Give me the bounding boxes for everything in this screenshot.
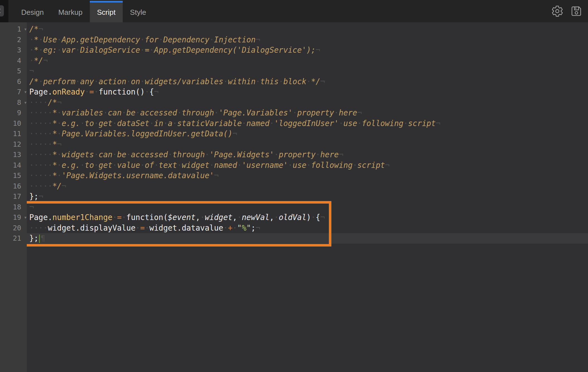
code-line[interactable]: Page.number1Change·=·function($event,·wi… bbox=[27, 212, 588, 223]
whitespace-marker: · bbox=[339, 119, 343, 128]
gutter-row[interactable]: 12 bbox=[0, 139, 27, 150]
line-number: 20 bbox=[13, 224, 21, 232]
gutter-row[interactable]: 8▾ bbox=[0, 97, 27, 108]
whitespace-marker: · bbox=[57, 45, 62, 54]
whitespace-marker: · bbox=[145, 87, 150, 96]
code-token: widget.datavalue bbox=[150, 223, 223, 232]
gutter-row[interactable]: 21 bbox=[0, 233, 27, 244]
code-token: number1Change bbox=[52, 213, 112, 222]
gutter-row[interactable]: 13 bbox=[0, 149, 27, 160]
whitespace-marker: ····· bbox=[29, 108, 52, 117]
editor-toolbar: DesignMarkupScriptStyle bbox=[0, 0, 588, 22]
gutter-row[interactable]: 3 bbox=[0, 45, 27, 55]
code-line[interactable]: /*·perform·any·action·on·widgets/variabl… bbox=[27, 76, 588, 87]
gutter-row[interactable]: 2 bbox=[0, 35, 27, 45]
fold-arrow-icon[interactable]: ▾ bbox=[24, 98, 26, 108]
whitespace-marker: · bbox=[357, 119, 362, 128]
eol-marker: ¬ bbox=[320, 77, 325, 86]
code-token: Dependency bbox=[163, 35, 209, 44]
gutter-row[interactable]: 4 bbox=[0, 55, 27, 66]
code-token: any bbox=[80, 77, 94, 86]
gutter-row[interactable]: 19▾ bbox=[0, 212, 27, 223]
code-line[interactable]: ¬ bbox=[27, 66, 588, 76]
code-line[interactable]: ¬ bbox=[27, 202, 588, 212]
gutter-row[interactable]: 9 bbox=[0, 108, 27, 118]
eol-marker: ¬ bbox=[154, 87, 159, 96]
fold-arrow-icon[interactable]: ▾ bbox=[24, 212, 26, 223]
tab-bar: DesignMarkupScriptStyle bbox=[14, 0, 153, 22]
gutter-row[interactable]: 20 bbox=[0, 223, 27, 233]
tab-markup[interactable]: Markup bbox=[51, 1, 90, 22]
code-line[interactable]: ····widget.displayValue·=·widget.dataval… bbox=[27, 223, 588, 233]
code-token: script bbox=[357, 161, 385, 170]
gutter-row[interactable]: 10 bbox=[0, 118, 27, 129]
code-line[interactable]: ·*·Use·App.getDependency·for·Dependency·… bbox=[27, 35, 588, 45]
gutter-row[interactable]: 18 bbox=[0, 202, 27, 212]
whitespace-marker: · bbox=[334, 108, 339, 117]
save-button[interactable] bbox=[570, 5, 583, 18]
code-line[interactable]: ·····*/¬ bbox=[27, 181, 588, 192]
code-token: /* bbox=[29, 25, 38, 33]
whitespace-marker: · bbox=[80, 161, 85, 170]
eol-marker: ¬ bbox=[29, 202, 34, 211]
code-token: to bbox=[85, 119, 94, 128]
code-token: to bbox=[85, 161, 94, 170]
code-token: 'loggedInUser' bbox=[274, 119, 339, 128]
code-line[interactable]: };¬ bbox=[27, 191, 588, 202]
code-line[interactable]: ·*/¬ bbox=[27, 55, 588, 66]
gutter-row[interactable]: 15 bbox=[0, 170, 27, 181]
code-token: named bbox=[214, 161, 237, 170]
code-token: Page.Variables.loggedInUser.getData() bbox=[62, 129, 233, 138]
whitespace-marker: · bbox=[256, 77, 260, 86]
gutter-row[interactable]: 5 bbox=[0, 66, 27, 76]
code-line[interactable]: };¶ bbox=[27, 233, 588, 244]
line-number: 14 bbox=[13, 161, 21, 169]
code-line[interactable]: Page.onReady·=·function()·{¬ bbox=[27, 87, 588, 97]
gutter-row[interactable]: 1▾ bbox=[0, 24, 27, 35]
whitespace-marker: · bbox=[150, 119, 154, 128]
code-line[interactable]: /*¬ bbox=[27, 24, 588, 35]
whitespace-marker: · bbox=[293, 108, 297, 117]
fold-arrow-icon[interactable]: ▾ bbox=[24, 87, 26, 98]
tab-script[interactable]: Script bbox=[90, 1, 123, 22]
code-area[interactable]: /*¬·*·Use·App.getDependency·for·Dependen… bbox=[27, 22, 588, 372]
whitespace-marker: ····· bbox=[29, 119, 52, 128]
gutter-row[interactable]: 6 bbox=[0, 76, 27, 87]
tab-design[interactable]: Design bbox=[14, 1, 51, 22]
code-line[interactable]: ·····*·widgets·can·be·accessed·through·'… bbox=[27, 149, 588, 160]
code-line[interactable]: ·*·eg:·var·DialogService·=·App.getDepend… bbox=[27, 45, 588, 55]
code-token: through bbox=[182, 108, 214, 117]
gutter-row[interactable]: 14 bbox=[0, 160, 27, 171]
tab-style[interactable]: Style bbox=[123, 1, 153, 22]
code-line[interactable]: ·····*¬ bbox=[27, 139, 588, 150]
code-token: can bbox=[98, 150, 112, 159]
back-button[interactable] bbox=[0, 5, 4, 16]
code-lines: /*¬·*·Use·App.getDependency·for·Dependen… bbox=[27, 24, 588, 244]
code-line[interactable]: ·····*·e.g.·to·get·dataSet·in·a·staticVa… bbox=[27, 118, 588, 129]
whitespace-marker: · bbox=[274, 150, 279, 159]
code-line[interactable]: ·····*·Page.Variables.loggedInUser.getDa… bbox=[27, 129, 588, 139]
code-token: /* bbox=[29, 77, 38, 86]
whitespace-marker: · bbox=[200, 213, 205, 222]
code-token: widgets bbox=[62, 150, 94, 159]
whitespace-marker: · bbox=[94, 77, 99, 86]
gutter-row[interactable]: 11 bbox=[0, 129, 27, 139]
code-token: script bbox=[408, 119, 436, 128]
gutter-row[interactable]: 7▾ bbox=[0, 87, 27, 97]
code-token: * bbox=[52, 119, 57, 128]
whitespace-marker: · bbox=[159, 35, 163, 44]
code-line[interactable]: ·····*·'Page.Widgets.username.datavalue'… bbox=[27, 170, 588, 181]
whitespace-marker: ····· bbox=[29, 182, 52, 190]
code-token: function() bbox=[98, 87, 145, 96]
code-token: Use bbox=[43, 35, 57, 44]
gutter-row[interactable]: 17 bbox=[0, 191, 27, 202]
code-line[interactable]: ·····*·e.g.·to·get·value·of·text·widget·… bbox=[27, 160, 588, 171]
fold-arrow-icon[interactable]: ▾ bbox=[24, 24, 26, 35]
eol-marker: ¬ bbox=[43, 56, 48, 65]
code-line[interactable]: ····/*¬ bbox=[27, 97, 588, 108]
code-token: * bbox=[52, 129, 57, 138]
whitespace-marker: · bbox=[122, 213, 126, 222]
settings-button[interactable] bbox=[551, 5, 564, 18]
code-line[interactable]: ·····*·variables·can·be·accessed·through… bbox=[27, 108, 588, 118]
gutter-row[interactable]: 16 bbox=[0, 181, 27, 192]
